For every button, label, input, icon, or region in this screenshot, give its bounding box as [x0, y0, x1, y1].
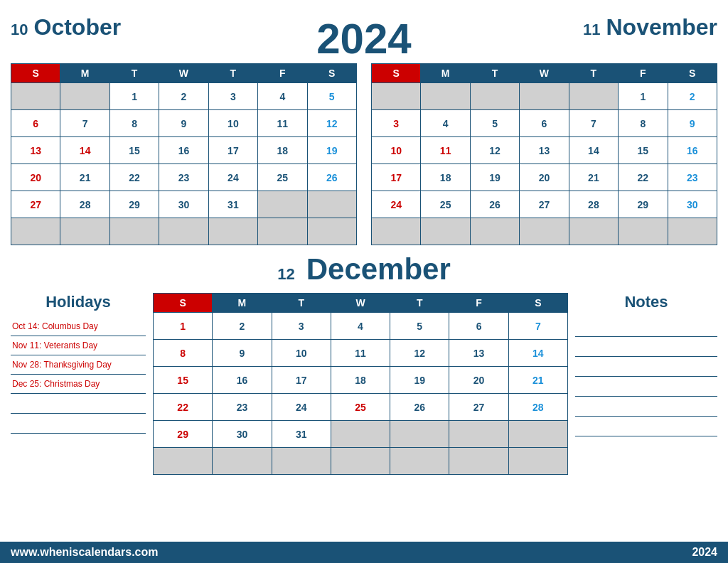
nov-hdr-tue: T	[470, 64, 519, 83]
nov-hdr-wed: W	[520, 64, 569, 83]
nov-r2-thu: 7	[569, 110, 618, 137]
dec-r4-mon: 23	[213, 394, 272, 421]
oct-r4-wed: 23	[159, 164, 208, 191]
nov-r5-wed: 27	[520, 191, 569, 218]
oct-r5-fri	[258, 191, 307, 218]
dec-r5-fri	[449, 421, 508, 448]
year-header: 2024	[11, 14, 717, 63]
oct-r3-mon: 14	[60, 137, 109, 164]
november-header-row: S M T W T F S	[372, 64, 717, 83]
year-text: 2024	[316, 15, 411, 63]
dec-r2-wed: 11	[331, 340, 390, 367]
holiday-item-6	[11, 414, 146, 434]
nov-r5-tue: 26	[470, 191, 519, 218]
nov-r4-thu: 21	[569, 164, 618, 191]
holiday-item-3: Nov 28: Thanksgiving Day	[11, 355, 146, 375]
oct-r2-thu: 10	[208, 110, 257, 137]
dec-r2-fri: 13	[449, 340, 508, 367]
oct-r2-tue: 8	[109, 110, 159, 137]
dec-r1-wed: 4	[331, 313, 390, 340]
note-line-2	[575, 337, 717, 357]
footer: www.wheniscalendars.com 2024	[0, 542, 728, 563]
nov-r6-wed	[520, 218, 569, 245]
oct-r1-mon	[60, 83, 109, 110]
oct-r2-fri: 11	[258, 110, 307, 137]
table-row	[154, 448, 568, 475]
nov-r5-sat: 30	[668, 191, 717, 218]
dec-r4-sat: 28	[508, 394, 567, 421]
oct-r5-sat	[307, 191, 356, 218]
dec-r6-sat	[508, 448, 567, 475]
two-months-row: S M T W T F S 1 2 3	[11, 63, 717, 245]
dec-hdr-wed: W	[331, 294, 390, 313]
oct-r1-sat: 5	[307, 83, 356, 110]
dec-r4-fri: 27	[449, 394, 508, 421]
dec-r3-thu: 19	[390, 367, 449, 394]
dec-r5-mon: 30	[213, 421, 272, 448]
nov-hdr-fri: F	[619, 64, 668, 83]
oct-r1-wed: 2	[159, 83, 208, 110]
dec-r1-sat: 7	[508, 313, 567, 340]
table-row: 8 9 10 11 12 13 14	[154, 340, 568, 367]
oct-hdr-sun: S	[11, 64, 60, 83]
nov-hdr-thu: T	[569, 64, 618, 83]
dec-r5-wed	[331, 421, 390, 448]
dec-r5-sat	[508, 421, 567, 448]
oct-r1-thu: 3	[208, 83, 257, 110]
oct-r1-tue: 1	[109, 83, 159, 110]
table-row: 17 18 19 20 21 22 23	[372, 164, 717, 191]
dec-r4-thu: 26	[390, 394, 449, 421]
nov-r1-wed	[520, 83, 569, 110]
dec-r2-sun: 8	[154, 340, 213, 367]
oct-r3-thu: 17	[208, 137, 257, 164]
oct-r2-sat: 12	[307, 110, 356, 137]
nov-r4-wed: 20	[520, 164, 569, 191]
oct-hdr-thu: T	[208, 64, 257, 83]
oct-r6-wed	[159, 218, 208, 245]
dec-r3-tue: 17	[272, 367, 331, 394]
nov-r3-sat: 16	[668, 137, 717, 164]
october-header-row: S M T W T F S	[11, 64, 357, 83]
dec-r3-fri: 20	[449, 367, 508, 394]
dec-hdr-thu: T	[390, 294, 449, 313]
dec-r1-thu: 5	[390, 313, 449, 340]
nov-r6-tue	[470, 218, 519, 245]
dec-r5-sun: 29	[154, 421, 213, 448]
table-row: 1 2 3 4 5 6 7	[154, 313, 568, 340]
note-line-3	[575, 357, 717, 377]
nov-r3-tue: 12	[470, 137, 519, 164]
note-line-5	[575, 397, 717, 417]
table-row: 10 11 12 13 14 15 16	[372, 137, 717, 164]
dec-r5-thu	[390, 421, 449, 448]
nov-r1-mon	[421, 83, 470, 110]
dec-r6-sun	[154, 448, 213, 475]
nov-r6-fri	[619, 218, 668, 245]
oct-r6-mon	[60, 218, 109, 245]
nov-r3-mon: 11	[421, 137, 470, 164]
dec-hdr-fri: F	[449, 294, 508, 313]
december-header-row: S M T W T F S	[154, 294, 568, 313]
dec-r6-mon	[213, 448, 272, 475]
oct-r2-mon: 7	[60, 110, 109, 137]
oct-r3-sun: 13	[11, 137, 60, 164]
dec-r5-tue: 31	[272, 421, 331, 448]
oct-r6-fri	[258, 218, 307, 245]
oct-r2-sun: 6	[11, 110, 60, 137]
nov-r3-sun: 10	[372, 137, 421, 164]
dec-r4-sun: 22	[154, 394, 213, 421]
dec-r4-tue: 24	[272, 394, 331, 421]
dec-r3-wed: 18	[331, 367, 390, 394]
december-header: 12 December	[11, 252, 717, 286]
dec-r3-sun: 15	[154, 367, 213, 394]
nov-r6-sun	[372, 218, 421, 245]
nov-r4-sat: 23	[668, 164, 717, 191]
nov-r2-tue: 5	[470, 110, 519, 137]
table-row: 15 16 17 18 19 20 21	[154, 367, 568, 394]
nov-r6-sat	[668, 218, 717, 245]
november-calendar: S M T W T F S	[371, 63, 717, 245]
holiday-item-4: Dec 25: Christmas Day	[11, 375, 146, 394]
nov-r2-wed: 6	[520, 110, 569, 137]
october-table: S M T W T F S 1 2 3	[11, 63, 357, 245]
oct-r2-wed: 9	[159, 110, 208, 137]
table-row: 6 7 8 9 10 11 12	[11, 110, 357, 137]
